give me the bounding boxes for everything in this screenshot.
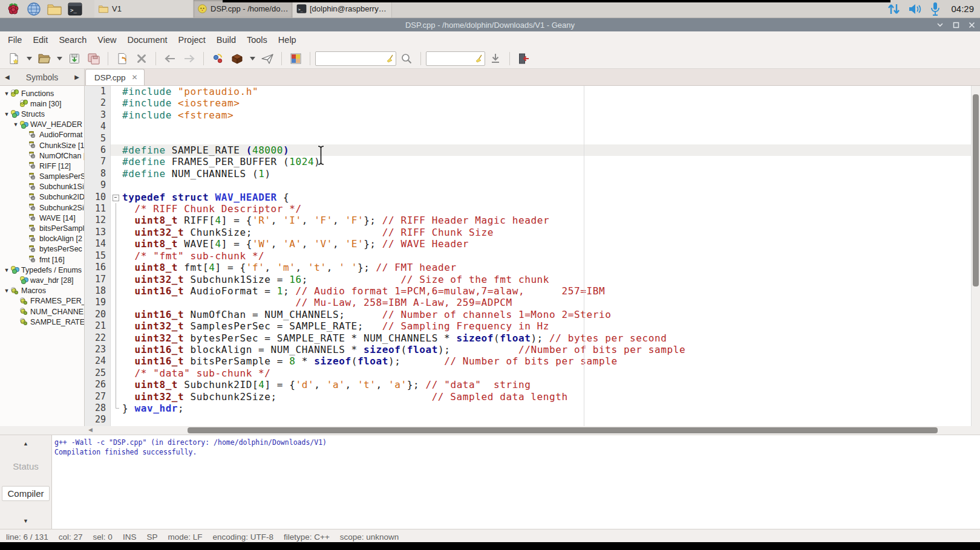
code-line[interactable]: 26 uint8_t Subchunk2ID[4] = {'d', 'a', '…	[85, 379, 980, 390]
tree-row-riff[interactable]: RIFF [12]	[0, 161, 84, 171]
vertical-scrollbar[interactable]	[971, 86, 980, 426]
compile-button[interactable]	[209, 50, 227, 67]
code-line[interactable]: 18 uint16_t AudioFormat = 1; // Audio fo…	[85, 285, 980, 297]
run-button[interactable]	[258, 50, 276, 67]
raspberry-menu-icon[interactable]	[5, 1, 22, 17]
line-number[interactable]: 13	[85, 227, 111, 238]
tab-dsp-cpp[interactable]: DSP.cpp ✕	[85, 69, 145, 85]
line-number[interactable]: 8	[85, 168, 111, 180]
code-line[interactable]: 13 uint32_t ChunkSize; // RIFF Chunk Siz…	[85, 227, 980, 238]
line-number[interactable]: 15	[85, 250, 111, 262]
build-dropdown[interactable]	[247, 50, 257, 67]
code-line[interactable]: 5	[85, 133, 980, 144]
clear-search-icon[interactable]	[386, 54, 394, 63]
tree-row-frames_per_bu[interactable]: FRAMES_PER_BU	[0, 296, 84, 306]
tree-row-blockalign[interactable]: blockAlign [2	[0, 234, 84, 244]
line-number[interactable]: 28	[85, 403, 111, 414]
tree-row-num_channels[interactable]: NUM_CHANNELS	[0, 306, 84, 317]
line-number[interactable]: 2	[85, 97, 111, 109]
line-number[interactable]: 4	[85, 121, 111, 132]
menu-help[interactable]: Help	[273, 31, 302, 48]
taskbar-window-folder[interactable]: V1	[94, 0, 194, 18]
code-line[interactable]: 27 uint32_t Subchunk2Size; // Sampled da…	[85, 391, 980, 403]
tree-row-subchunk2si[interactable]: Subchunk2Si	[0, 202, 84, 213]
horizontal-scrollbar-thumb[interactable]	[188, 427, 938, 433]
tree-row-fmt[interactable]: fmt [16]	[0, 254, 84, 265]
code-line[interactable]: 8#define NUM_CHANNELS (1)	[85, 168, 980, 180]
expander-icon[interactable]: ▼	[2, 111, 11, 117]
open-file-button[interactable]	[35, 50, 53, 67]
expander-icon[interactable]: ▼	[2, 288, 11, 294]
code-line[interactable]: 29	[85, 414, 980, 425]
tree-row-bytespersec[interactable]: bytesPerSec [	[0, 244, 84, 254]
code-line[interactable]: 16 uint8_t fmt[4] = {'f', 'm', 't', ' '}…	[85, 262, 980, 273]
line-number[interactable]: 11	[85, 203, 111, 215]
code-line[interactable]: 3#include <fstream>	[85, 109, 980, 121]
new-file-button[interactable]	[5, 50, 23, 67]
sidebar-tab-next-icon[interactable]: ▶	[74, 74, 79, 80]
menu-file[interactable]: File	[2, 31, 27, 48]
line-number[interactable]: 5	[85, 133, 111, 144]
microphone-icon[interactable]	[929, 2, 941, 16]
tree-row-typedefs[interactable]: ▼Typedefs / Enums	[0, 265, 84, 275]
menu-build[interactable]: Build	[211, 31, 241, 48]
goto-line-input[interactable]	[426, 53, 475, 64]
menu-search[interactable]: Search	[53, 31, 92, 48]
code-line[interactable]: 9	[85, 180, 980, 191]
tree-row-numofchan[interactable]: NumOfChan [	[0, 150, 84, 161]
network-traffic-icon[interactable]	[887, 2, 901, 16]
code-line[interactable]: 28} wav_hdr;	[85, 403, 980, 414]
tree-row-wav_header[interactable]: ▼WAV_HEADER [1	[0, 120, 84, 130]
minimize-button[interactable]	[935, 20, 945, 30]
tree-row-macros[interactable]: ▼Macros	[0, 286, 84, 296]
expander-icon[interactable]: ▼	[2, 91, 11, 97]
tabs-scroll-down-icon[interactable]: ▼	[23, 518, 28, 524]
navigate-back-button[interactable]	[161, 50, 179, 67]
open-file-dropdown[interactable]	[54, 50, 64, 67]
code-line[interactable]: 21 uint32_t SamplesPerSec = SAMPLE_RATE;…	[85, 320, 980, 332]
browser-icon[interactable]	[25, 1, 42, 17]
close-document-button[interactable]	[132, 50, 151, 67]
line-number[interactable]: 19	[85, 297, 111, 308]
code-line[interactable]: 24 uint16_t bitsPerSample = 8 * sizeof(f…	[85, 355, 980, 367]
navigate-forward-button[interactable]	[180, 50, 198, 67]
sidebar-tab-label[interactable]: Symbols	[26, 73, 59, 82]
new-file-dropdown[interactable]	[24, 50, 34, 67]
menu-tools[interactable]: Tools	[241, 31, 273, 48]
line-number[interactable]: 22	[85, 332, 111, 344]
vertical-scrollbar-thumb[interactable]	[973, 94, 979, 286]
line-number[interactable]: 7	[85, 156, 111, 167]
code-line[interactable]: 15 /* "fmt" sub-chunk */	[85, 250, 980, 262]
line-number[interactable]: 26	[85, 379, 111, 390]
code-line[interactable]: 22 uint32_t bytesPerSec = SAMPLE_RATE * …	[85, 332, 980, 344]
tree-row-chunksize[interactable]: ChunkSize [1	[0, 140, 84, 150]
code-line[interactable]: 23 uint16_t blockAlign = NUM_CHANNELS * …	[85, 344, 980, 355]
code-editor[interactable]: 1#include "portaudio.h"2#include <iostre…	[85, 86, 980, 426]
code-line[interactable]: 4	[85, 121, 980, 132]
code-line[interactable]: 7#define FRAMES_PER_BUFFER (1024)	[85, 156, 980, 167]
jump-to-line-button[interactable]	[486, 50, 505, 67]
tree-row-structs[interactable]: ▼Structs	[0, 109, 84, 119]
color-chooser-button[interactable]	[287, 50, 305, 67]
tab-close-icon[interactable]: ✕	[132, 73, 138, 82]
find-button[interactable]	[397, 50, 416, 67]
menu-edit[interactable]: Edit	[27, 31, 53, 48]
file-manager-icon[interactable]	[46, 1, 63, 17]
maximize-button[interactable]	[951, 20, 961, 30]
tree-row-wav_hdr[interactable]: wav_hdr [28]	[0, 275, 84, 285]
search-input[interactable]	[316, 53, 386, 64]
tree-row-functions[interactable]: ▼Functions	[0, 88, 84, 99]
volume-icon[interactable]	[907, 2, 923, 16]
save-button[interactable]	[65, 50, 83, 67]
taskbar-window-geany[interactable]: DSP.cpp - /home/dol...	[194, 0, 293, 18]
code-line[interactable]: 1#include "portaudio.h"	[85, 86, 980, 97]
line-number[interactable]: 27	[85, 391, 111, 403]
expander-icon[interactable]: ▼	[2, 267, 11, 273]
line-number[interactable]: 14	[85, 238, 111, 250]
line-number[interactable]: 25	[85, 367, 111, 379]
taskbar-window-terminal[interactable]: >_[dolphin@raspberry: ...	[293, 0, 392, 18]
fold-collapse-icon[interactable]	[111, 192, 122, 203]
tree-row-main[interactable]: main [30]	[0, 99, 84, 109]
code-line[interactable]: 12 uint8_t RIFF[4] = {'R', 'I', 'F', 'F'…	[85, 215, 980, 226]
build-button[interactable]	[228, 50, 246, 67]
